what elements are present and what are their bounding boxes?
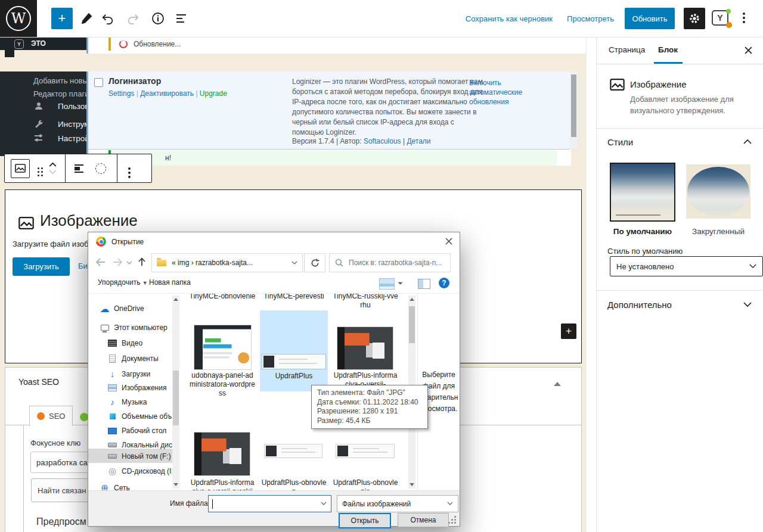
collapse-styles-icon[interactable] xyxy=(743,139,752,144)
nav-network[interactable]: Сеть xyxy=(88,481,181,491)
readability-score-icon[interactable] xyxy=(80,413,88,421)
move-down-button[interactable] xyxy=(49,170,57,175)
nav-documents[interactable]: Документы xyxy=(88,351,181,366)
screenshot-scrollbar[interactable] xyxy=(570,71,578,149)
expand-advanced-icon[interactable] xyxy=(743,302,752,307)
dialog-close-icon[interactable] xyxy=(445,237,453,245)
file-thumbnail[interactable] xyxy=(265,444,322,458)
media-library-link[interactable]: Би xyxy=(78,262,88,270)
file-updraftplus-selected[interactable]: UpdraftPlus xyxy=(258,372,330,381)
nav-videos[interactable]: Видео xyxy=(88,336,181,350)
recent-locations-icon[interactable] xyxy=(126,261,132,265)
more-options-button[interactable] xyxy=(741,13,747,15)
file-updraftplus-obnovlen[interactable]: UpdraftPlus-obnovlen xyxy=(258,478,330,490)
nav-scrollbar[interactable] xyxy=(172,295,179,489)
plugin-details-link[interactable]: Детали xyxy=(407,137,430,145)
default-style-select[interactable]: Не установлено xyxy=(610,256,763,276)
file-tinymce-obnovlenie[interactable]: TinyMCE-obnovlenie xyxy=(187,294,258,301)
inserter-toggle-button[interactable]: + xyxy=(51,8,73,29)
wordpress-logo[interactable]: W xyxy=(0,0,37,37)
file-tinymce-perevesti[interactable]: TinyMCE-perevesti xyxy=(258,294,330,301)
refresh-button[interactable] xyxy=(304,253,325,272)
filetype-select[interactable]: Файлы изображений xyxy=(337,495,458,512)
collapse-panel-icon[interactable] xyxy=(554,382,561,386)
file-updraftplus-informaciya-russkij[interactable]: UpdraftPlus-informaciya-o-versii-russkij xyxy=(187,478,258,490)
plugin-upgrade-link[interactable]: Upgrade xyxy=(200,89,227,98)
files-scrollbar-thumb[interactable] xyxy=(409,306,415,343)
plugin-autoupdate-link[interactable]: Включить автоматические обновления xyxy=(469,78,545,107)
style-rounded-option[interactable] xyxy=(686,164,750,219)
nav-downloads[interactable]: Загрузки xyxy=(88,367,181,381)
preview-link[interactable]: Просмотреть xyxy=(567,14,614,23)
resize-grip[interactable] xyxy=(454,516,456,518)
file-thumbnail[interactable] xyxy=(194,433,250,475)
tab-page[interactable]: Страница xyxy=(609,45,645,54)
nav-3d-objects[interactable]: Объемные объ xyxy=(88,409,181,424)
filename-input[interactable] xyxy=(208,495,331,512)
block-options-button[interactable] xyxy=(128,167,140,170)
nav-desktop[interactable]: Рабочий стол xyxy=(88,424,181,438)
nav-music[interactable]: Музыка xyxy=(88,395,181,409)
file-thumbnail[interactable] xyxy=(262,354,325,369)
details-icon[interactable] xyxy=(151,12,165,25)
preview-pane-icon[interactable] xyxy=(418,279,430,289)
list-view-icon[interactable] xyxy=(176,13,188,24)
organize-menu[interactable]: Упорядочить ▼ xyxy=(98,278,148,287)
file-thumbnail[interactable] xyxy=(337,327,393,369)
update-button[interactable]: Обновить xyxy=(625,8,675,29)
file-tinymce-russkij[interactable]: TinyMCE-russkij-vverhu xyxy=(330,294,401,310)
view-mode-dropdown-icon[interactable] xyxy=(398,282,403,285)
nav-this-pc[interactable]: Этот компьютер xyxy=(88,321,181,335)
plugin-checkbox[interactable] xyxy=(94,78,103,87)
plugin-deactivate-link[interactable]: Деактивировать xyxy=(140,89,194,98)
address-bar[interactable]: « img › razrabotka-sajta... xyxy=(151,253,303,272)
duotone-filter-button[interactable] xyxy=(95,163,106,174)
block-inserter-button[interactable]: + xyxy=(561,323,576,339)
search-input[interactable] xyxy=(348,258,445,267)
search-box[interactable] xyxy=(329,253,451,272)
move-up-button[interactable] xyxy=(49,162,57,167)
file-thumbnail[interactable] xyxy=(194,325,251,369)
nav-cd-drive[interactable]: CD-дисковод (I: xyxy=(88,464,181,478)
computer-icon xyxy=(100,323,109,332)
undo-icon[interactable] xyxy=(101,12,114,25)
up-one-level-icon[interactable] xyxy=(137,257,147,267)
screenshot-scrollbar-thumb[interactable] xyxy=(571,74,576,137)
help-icon[interactable]: ? xyxy=(439,278,449,288)
file-updraftplus-obnovlenie[interactable]: UpdraftPlus-obnovlenie xyxy=(330,478,401,490)
nav-new-volume[interactable]: Новый том (F:) xyxy=(88,449,181,463)
breadcrumb[interactable]: « img › razrabotka-sajta... xyxy=(172,259,253,267)
view-mode-icon[interactable] xyxy=(379,278,395,290)
style-default-option[interactable] xyxy=(610,163,675,222)
open-button[interactable]: Открыть xyxy=(339,513,391,528)
files-scroll-up-icon[interactable] xyxy=(410,298,414,301)
yoast-menu-button[interactable]: Y xyxy=(712,10,730,26)
address-dropdown-icon[interactable] xyxy=(291,261,297,265)
filename-dropdown-icon[interactable] xyxy=(321,502,327,506)
nav-pictures[interactable]: Изображения xyxy=(88,381,181,395)
drag-handle[interactable] xyxy=(38,167,39,169)
nav-scrollbar-thumb[interactable] xyxy=(173,371,179,425)
back-icon[interactable] xyxy=(95,258,106,266)
menu-add-new[interactable]: Добавить новый xyxy=(33,76,92,85)
plugin-author-link[interactable]: Softaculous xyxy=(364,137,401,145)
close-sidebar-icon[interactable] xyxy=(744,46,753,55)
nav-scroll-down-icon[interactable] xyxy=(173,483,178,486)
align-button[interactable] xyxy=(75,164,85,173)
plugin-settings-link[interactable]: Settings xyxy=(108,89,134,98)
file-udobnaya-panel[interactable]: udobnaya-panel-administratora-wordpress xyxy=(187,371,258,398)
new-folder-button[interactable]: Новая папка xyxy=(149,278,191,287)
files-scroll-down-icon[interactable] xyxy=(410,483,414,486)
save-draft-link[interactable]: Сохранить как черновик xyxy=(466,14,553,23)
upload-button[interactable]: Загрузить xyxy=(13,257,70,276)
file-thumbnail[interactable] xyxy=(336,444,394,458)
tab-block[interactable]: Блок xyxy=(658,45,678,54)
forward-icon[interactable] xyxy=(112,258,123,266)
tab-seo[interactable]: SEO xyxy=(29,406,73,426)
settings-gear-button[interactable] xyxy=(684,8,705,29)
block-type-button[interactable] xyxy=(11,159,30,178)
nav-onedrive[interactable]: OneDrive xyxy=(88,301,181,316)
cancel-button[interactable]: Отмена xyxy=(398,513,449,527)
tools-mode-icon[interactable] xyxy=(80,12,93,25)
nav-scroll-up-icon[interactable] xyxy=(173,298,178,301)
